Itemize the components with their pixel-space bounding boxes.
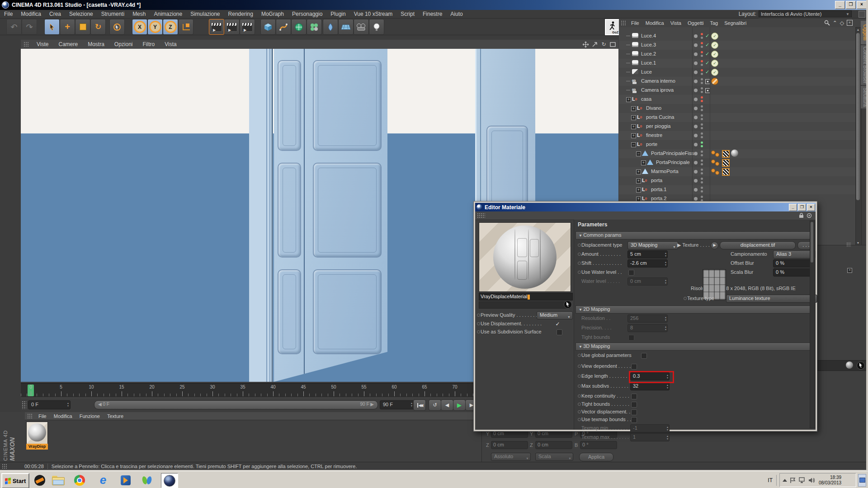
section-2d-mapping[interactable]: 2D Mapping — [576, 305, 810, 314]
menu-plugin[interactable]: Plugin — [326, 11, 349, 17]
menu-animazione[interactable]: Animazione — [150, 11, 186, 17]
collapse-icon[interactable]: − — [631, 142, 636, 147]
object-label[interactable]: porta.2 — [651, 196, 666, 201]
add-spline-button[interactable] — [276, 19, 291, 35]
material-editor-title-bar[interactable]: Editor Materiale _ ❐ × — [475, 203, 816, 211]
object-manager-menu-file[interactable]: File — [628, 20, 642, 26]
grip-handle[interactable] — [27, 413, 33, 419]
material-editor-window[interactable]: Editor Materiale _ ❐ × — [473, 201, 817, 432]
coordinate-system-button[interactable] — [178, 19, 193, 35]
expand-icon[interactable]: + — [636, 188, 641, 192]
uvw-tag[interactable] — [722, 168, 730, 176]
light-button[interactable] — [369, 19, 384, 35]
material-manager-menu-file[interactable]: File — [35, 413, 50, 419]
lock-icon[interactable] — [799, 213, 804, 218]
shader-node-icon[interactable] — [857, 361, 865, 370]
compositing-tag[interactable]: ✓ — [711, 33, 718, 40]
object-row-camera-interno[interactable]: ∞Camera interno — [619, 77, 855, 86]
layer-dot[interactable] — [694, 98, 698, 101]
object-row-marmoporta[interactable]: +MarmoPorta — [619, 167, 855, 176]
toggle-view-icon[interactable] — [609, 41, 617, 48]
keep-continuity-checkbox[interactable] — [631, 394, 637, 399]
object-row-finestre[interactable]: +L0finestre — [619, 131, 855, 140]
move-tool-button[interactable]: + — [60, 19, 75, 35]
object-manager-menu-vista[interactable]: Vista — [667, 20, 684, 26]
layer-dot[interactable] — [694, 179, 698, 183]
object-row-divano[interactable]: +L0Divano — [619, 104, 855, 113]
viewport-menu-filtro[interactable]: Filtro — [138, 41, 160, 47]
compositing-tag[interactable]: ✓ — [711, 69, 718, 76]
layer-dot[interactable] — [694, 34, 698, 38]
add-panel-icon[interactable]: + — [847, 20, 853, 26]
expand-icon[interactable]: + — [631, 133, 636, 138]
object-label[interactable]: Luce — [641, 69, 652, 75]
grip-handle[interactable] — [22, 401, 26, 409]
undo-button[interactable]: ↶ — [6, 19, 22, 35]
use-displacement-checkbox[interactable]: ✓ — [555, 321, 561, 327]
expand-icon[interactable]: + — [641, 160, 646, 165]
object-row-casa[interactable]: +L0casa — [619, 95, 855, 104]
layer-dot[interactable] — [694, 43, 698, 47]
current-frame-field[interactable]: 0 F ▲▼ — [28, 400, 71, 409]
selection-tag-icons[interactable] — [711, 159, 719, 166]
material-sphere-icon[interactable] — [846, 361, 853, 369]
object-label[interactable]: porta — [651, 178, 662, 183]
tight-bounds-3d-checkbox[interactable] — [631, 402, 637, 408]
stepper-icon[interactable]: ▲▼ — [67, 402, 69, 407]
language-indicator[interactable]: IT — [768, 477, 773, 483]
camera-button[interactable] — [354, 19, 369, 35]
scroll-up-icon[interactable]: ▲ — [856, 28, 860, 32]
layer-dot[interactable] — [694, 161, 698, 164]
rotate-view-icon[interactable]: ↻ — [600, 41, 608, 48]
object-row-per-pioggia[interactable]: +L0per pioggia — [619, 122, 855, 131]
object-label[interactable]: porte — [646, 141, 657, 147]
render-to-picture-viewer-button[interactable] — [224, 19, 240, 35]
object-label[interactable]: porta Cucina — [646, 114, 674, 120]
scrollbar-thumb[interactable] — [811, 222, 813, 263]
visibility-dots[interactable] — [701, 78, 703, 85]
material-manager-menu-modifica[interactable]: Modifica — [50, 413, 76, 419]
compositing-tag[interactable]: ✓ — [711, 60, 718, 67]
texture-file-button[interactable]: displacement.tif — [720, 241, 796, 249]
uvw-tag[interactable] — [722, 150, 730, 158]
layer-dot[interactable] — [694, 80, 698, 83]
visibility-dots[interactable] — [701, 42, 703, 49]
selection-tag-icons[interactable] — [711, 150, 719, 157]
texture-expand-icon[interactable]: ▶ — [711, 242, 718, 249]
start-button[interactable]: Start — [1, 473, 29, 488]
search-icon[interactable] — [824, 20, 830, 26]
close-button[interactable]: × — [807, 204, 815, 211]
texture-type-dropdown[interactable]: Luminance texture — [726, 295, 817, 303]
section-3d-mapping[interactable]: 3D Mapping — [576, 343, 810, 351]
layer-dot[interactable] — [694, 125, 698, 128]
cinema4d-taskbar-icon[interactable] — [161, 473, 178, 488]
material-thumbnail[interactable] — [26, 422, 48, 444]
object-label[interactable]: Luce.2 — [641, 51, 656, 56]
enabled-check-icon[interactable]: ✓ — [705, 42, 709, 48]
max-subdivs-field[interactable]: 32▲▼ — [630, 382, 670, 390]
menu-mograph[interactable]: MoGraph — [257, 11, 288, 17]
tray-clock[interactable]: 18:3908/03/2013 — [819, 475, 841, 486]
pin-icon[interactable] — [807, 213, 812, 218]
visibility-dots[interactable] — [701, 33, 703, 40]
visibility-dots[interactable] — [701, 60, 703, 67]
menu-strumenti[interactable]: Strumenti — [97, 11, 128, 17]
object-row-porte[interactable]: −L0porte — [619, 140, 855, 149]
object-row-luce-3[interactable]: Luce.3✓✓ — [619, 41, 855, 50]
object-row-portaprincipale[interactable]: +PortaPrincipale — [619, 158, 855, 167]
apply-button[interactable]: Applica — [579, 453, 613, 461]
menu-selezione[interactable]: Selezione — [65, 11, 97, 17]
enabled-check-icon[interactable]: ✓ — [705, 33, 709, 39]
grip-handle[interactable] — [621, 20, 626, 26]
object-row-camera-iprova[interactable]: ∞Camera iprova — [619, 86, 855, 95]
menu-modifica[interactable]: Modifica — [17, 11, 45, 17]
use-global-parameters-checkbox[interactable] — [641, 353, 647, 359]
layer-dot[interactable] — [694, 152, 698, 155]
stepper-icon[interactable]: ▲▼ — [410, 402, 413, 407]
expand-icon[interactable]: + — [631, 115, 636, 120]
coord-field[interactable]: 0 ° — [580, 441, 617, 449]
object-row-luce-1[interactable]: Luce.1✓✓ — [619, 59, 855, 68]
layout-lock-icon[interactable] — [859, 11, 865, 18]
taskbar-app-icon[interactable] — [32, 473, 48, 487]
material-name-input[interactable]: VrayDisplaceMaterial — [479, 293, 573, 300]
